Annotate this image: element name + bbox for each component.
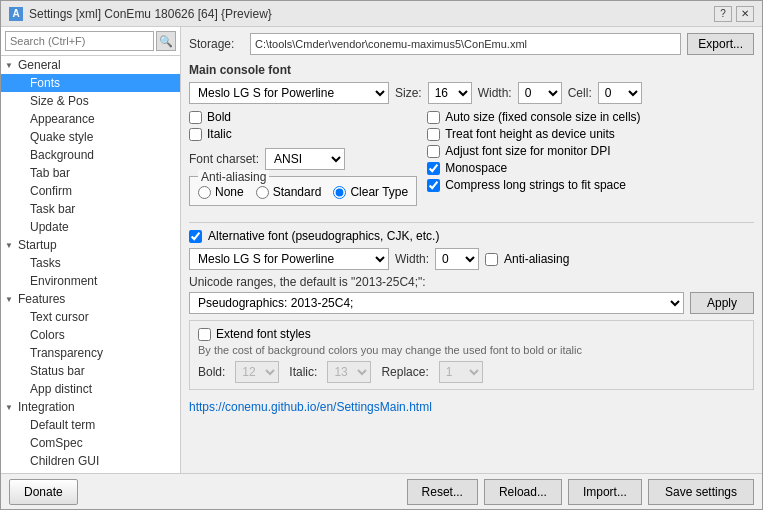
sidebar-item-colors[interactable]: Colors xyxy=(1,326,180,344)
extend-section: Extend font styles By the cost of backgr… xyxy=(189,320,754,390)
search-button[interactable]: 🔍 xyxy=(156,31,176,51)
radio-none-label[interactable]: None xyxy=(198,185,244,199)
sidebar-item-general[interactable]: ▼ General xyxy=(1,56,180,74)
auto-size-checkbox[interactable] xyxy=(427,111,440,124)
extend-desc: By the cost of background colors you may… xyxy=(198,344,745,356)
compress-label[interactable]: Compress long strings to fit space xyxy=(445,178,626,192)
width-label: Width: xyxy=(478,86,512,100)
reset-button[interactable]: Reset... xyxy=(407,479,478,505)
close-button[interactable]: ✕ xyxy=(736,6,754,22)
sidebar-item-startup[interactable]: ▼ Startup xyxy=(1,236,180,254)
sidebar-item-fonts[interactable]: Fonts xyxy=(1,74,180,92)
adjust-font-checkbox[interactable] xyxy=(427,145,440,158)
extend-font-row: Extend font styles xyxy=(198,327,745,341)
sidebar-item-background[interactable]: Background xyxy=(1,146,180,164)
radio-standard-text: Standard xyxy=(273,185,322,199)
radio-none-text: None xyxy=(215,185,244,199)
treat-font-height-row: Treat font height as device units xyxy=(427,127,754,141)
alt-font-checkbox-row: Alternative font (pseudographics, CJK, e… xyxy=(189,229,754,243)
anti-alias-title: Anti-aliasing xyxy=(198,170,269,184)
reload-button[interactable]: Reload... xyxy=(484,479,562,505)
alt-font-select[interactable]: Meslo LG S for Powerline xyxy=(189,248,389,270)
storage-label: Storage: xyxy=(189,37,244,51)
bold-row: Bold xyxy=(189,110,417,124)
extend-font-checkbox[interactable] xyxy=(198,328,211,341)
font-section-title: Main console font xyxy=(189,63,754,77)
italic-label[interactable]: Italic xyxy=(207,127,232,141)
app-icon: A xyxy=(9,7,23,21)
save-button[interactable]: Save settings xyxy=(648,479,754,505)
alt-font-label[interactable]: Alternative font (pseudographics, CJK, e… xyxy=(208,229,439,243)
bottom-right: Reset... Reload... Import... Save settin… xyxy=(407,479,754,505)
sidebar-item-appearance[interactable]: Appearance xyxy=(1,110,180,128)
replace-select[interactable]: 1 xyxy=(439,361,483,383)
sidebar-item-environment[interactable]: Environment xyxy=(1,272,180,290)
sidebar-item-integration[interactable]: ▼ Integration xyxy=(1,398,180,416)
monospace-label[interactable]: Monospace xyxy=(445,161,507,175)
font-select-row: Meslo LG S for Powerline Size: 16 Width:… xyxy=(189,82,754,104)
sidebar-item-default-term[interactable]: Default term xyxy=(1,416,180,434)
radio-none[interactable] xyxy=(198,186,211,199)
compress-checkbox[interactable] xyxy=(427,179,440,192)
font-size-select[interactable]: 16 xyxy=(428,82,472,104)
bold-num-label: Bold: xyxy=(198,365,225,379)
bold-italic-row: Bold: 12 Italic: 13 Replace: 1 xyxy=(198,361,745,383)
help-button[interactable]: ? xyxy=(714,6,732,22)
bold-num-select[interactable]: 12 xyxy=(235,361,279,383)
auto-size-label[interactable]: Auto size (fixed console size in cells) xyxy=(445,110,640,124)
storage-path-input[interactable] xyxy=(250,33,681,55)
sidebar-item-text-cursor[interactable]: Text cursor xyxy=(1,308,180,326)
unicode-select[interactable]: Pseudographics: 2013-25C4; xyxy=(189,292,684,314)
donate-button[interactable]: Donate xyxy=(9,479,78,505)
alt-anti-alias-checkbox[interactable] xyxy=(485,253,498,266)
charset-label: Font charset: xyxy=(189,152,259,166)
alt-width-select[interactable]: 0 xyxy=(435,248,479,270)
monospace-checkbox[interactable] xyxy=(427,162,440,175)
sidebar-item-task-bar[interactable]: Task bar xyxy=(1,200,180,218)
bold-checkbox[interactable] xyxy=(189,111,202,124)
radio-cleartype[interactable] xyxy=(333,186,346,199)
alt-anti-alias-label[interactable]: Anti-aliasing xyxy=(504,252,569,266)
alt-font-checkbox[interactable] xyxy=(189,230,202,243)
sidebar-item-update[interactable]: Update xyxy=(1,218,180,236)
radio-cleartype-label[interactable]: Clear Type xyxy=(333,185,408,199)
font-width-select[interactable]: 0 xyxy=(518,82,562,104)
sidebar-item-features[interactable]: ▼ Features xyxy=(1,290,180,308)
sidebar-item-transparency[interactable]: Transparency xyxy=(1,344,180,362)
adjust-font-label[interactable]: Adjust font size for monitor DPI xyxy=(445,144,610,158)
sidebar-item-children-gui[interactable]: Children GUI xyxy=(1,452,180,470)
sidebar-item-app-distinct[interactable]: App distinct xyxy=(1,380,180,398)
sidebar-item-tasks[interactable]: Tasks xyxy=(1,254,180,272)
treat-font-height-label[interactable]: Treat font height as device units xyxy=(445,127,615,141)
sidebar-item-tab-bar[interactable]: Tab bar xyxy=(1,164,180,182)
auto-size-row: Auto size (fixed console size in cells) xyxy=(427,110,754,124)
export-button[interactable]: Export... xyxy=(687,33,754,55)
italic-row: Italic xyxy=(189,127,417,141)
font-name-select[interactable]: Meslo LG S for Powerline xyxy=(189,82,389,104)
italic-checkbox[interactable] xyxy=(189,128,202,141)
apply-button[interactable]: Apply xyxy=(690,292,754,314)
extend-font-label[interactable]: Extend font styles xyxy=(216,327,311,341)
import-button[interactable]: Import... xyxy=(568,479,642,505)
title-bar: A Settings [xml] ConEmu 180626 [64] {Pre… xyxy=(1,1,762,27)
charset-select[interactable]: ANSI xyxy=(265,148,345,170)
sidebar-item-comspec[interactable]: ComSpec xyxy=(1,434,180,452)
search-bar: 🔍 xyxy=(1,27,180,56)
storage-row: Storage: Export... xyxy=(189,33,754,55)
treat-font-height-checkbox[interactable] xyxy=(427,128,440,141)
sidebar-item-size-pos[interactable]: Size & Pos xyxy=(1,92,180,110)
radio-standard-label[interactable]: Standard xyxy=(256,185,322,199)
font-cell-select[interactable]: 0 xyxy=(598,82,642,104)
monospace-row: Monospace xyxy=(427,161,754,175)
help-link[interactable]: https://conemu.github.io/en/SettingsMain… xyxy=(189,400,432,414)
right-col: Auto size (fixed console size in cells) … xyxy=(427,110,754,212)
radio-standard[interactable] xyxy=(256,186,269,199)
sidebar-item-status-bar[interactable]: Status bar xyxy=(1,362,180,380)
alt-font-select-row: Meslo LG S for Powerline Width: 0 Anti-a… xyxy=(189,248,754,270)
bold-label[interactable]: Bold xyxy=(207,110,231,124)
sidebar-item-quake-style[interactable]: Quake style xyxy=(1,128,180,146)
radio-cleartype-text: Clear Type xyxy=(350,185,408,199)
search-input[interactable] xyxy=(5,31,154,51)
sidebar-item-confirm[interactable]: Confirm xyxy=(1,182,180,200)
italic-num-select[interactable]: 13 xyxy=(327,361,371,383)
